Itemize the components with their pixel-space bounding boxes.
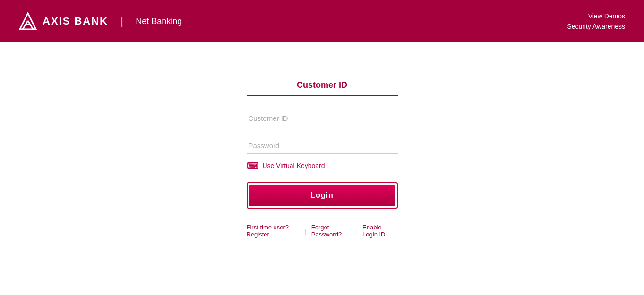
logo-area: AXIS BANK [19, 12, 108, 30]
tab-container: Customer ID [247, 80, 398, 96]
header-nav: View Demos Security Awareness [567, 11, 625, 32]
site-header: AXIS BANK | Net Banking View Demos Secur… [0, 0, 644, 42]
login-button-wrapper: Login [247, 182, 398, 209]
register-link[interactable]: First time user? Register [247, 224, 301, 238]
keyboard-icon: ⌨ [247, 160, 259, 171]
login-form: ⌨ Use Virtual Keyboard Login First time … [247, 110, 398, 238]
brand-name: AXIS BANK [43, 15, 108, 27]
password-input[interactable] [247, 138, 398, 154]
forgot-password-link[interactable]: Forgot Password? [311, 224, 352, 238]
header-divider: | [120, 15, 123, 28]
separator-2: | [356, 228, 358, 235]
virtual-keyboard-label: Use Virtual Keyboard [263, 162, 325, 169]
login-button[interactable]: Login [249, 185, 395, 206]
header-left: AXIS BANK | Net Banking [19, 12, 182, 30]
separator-1: | [305, 228, 306, 235]
footer-links: First time user? Register | Forgot Passw… [247, 224, 398, 238]
header-subtitle: Net Banking [136, 17, 182, 26]
tab-customer-id[interactable]: Customer ID [287, 80, 357, 96]
view-demos-link[interactable]: View Demos [567, 11, 625, 21]
main-content: Customer ID ⌨ Use Virtual Keyboard Login… [0, 42, 644, 238]
security-awareness-link[interactable]: Security Awareness [567, 21, 625, 32]
customer-id-input[interactable] [247, 110, 398, 126]
virtual-keyboard-row[interactable]: ⌨ Use Virtual Keyboard [247, 160, 398, 171]
enable-login-id-link[interactable]: Enable Login ID [362, 224, 397, 238]
axis-bank-logo-icon [19, 12, 37, 30]
